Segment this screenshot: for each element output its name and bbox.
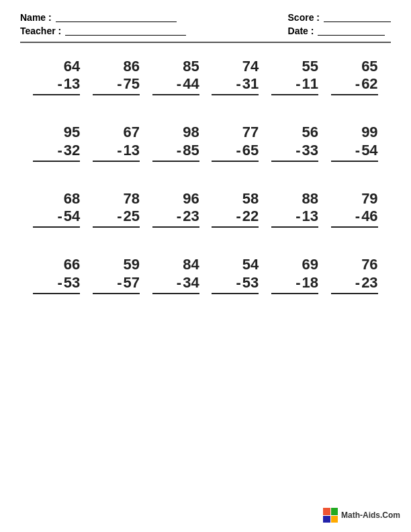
- minus-sign-0-5: -: [355, 75, 360, 93]
- problem-top-0-5: 65: [331, 58, 378, 75]
- minus-sign-1-3: -: [236, 142, 240, 159]
- problem-bottom-1-1: 13: [124, 142, 140, 159]
- problem-bottom-0-3: 31: [242, 75, 259, 93]
- minus-sign-2-0: -: [58, 208, 62, 225]
- branding-logo: [323, 508, 338, 523]
- problem-bottom-3-3: 53: [242, 274, 259, 292]
- problem-top-2-4: 88: [271, 190, 318, 208]
- problem-0-4: 55- 11: [271, 58, 318, 95]
- problem-2-3: 58- 22: [212, 190, 259, 228]
- problem-bottom-2-5: 46: [361, 208, 377, 225]
- problem-bottom-0-0: 13: [64, 75, 80, 93]
- problem-1-4: 56- 33: [271, 124, 318, 161]
- problem-bottom-row-3-1: - 57: [93, 274, 140, 294]
- logo-q4: [331, 516, 338, 523]
- problem-bottom-0-4: 11: [302, 75, 318, 93]
- problem-top-1-0: 95: [33, 124, 80, 141]
- problem-bottom-row-1-0: - 32: [33, 142, 80, 162]
- problem-bottom-row-3-4: - 18: [271, 274, 318, 294]
- problem-top-0-1: 86: [93, 58, 140, 75]
- minus-sign-0-3: -: [236, 75, 240, 93]
- problem-bottom-row-3-2: - 34: [152, 274, 199, 294]
- problem-bottom-3-5: 23: [361, 274, 377, 292]
- problem-3-0: 66- 53: [33, 256, 80, 294]
- problem-1-1: 67- 13: [93, 124, 140, 161]
- date-row: Date :: [288, 26, 391, 36]
- problem-bottom-1-3: 65: [242, 142, 259, 159]
- minus-sign-3-1: -: [117, 274, 122, 292]
- branding-text: Math-Aids.Com: [341, 511, 400, 520]
- problem-row-3: 66- 5359- 5784- 3454- 5369- 1876- 23: [20, 241, 391, 300]
- minus-sign-1-4: -: [295, 142, 300, 159]
- problem-0-2: 85- 44: [152, 58, 199, 95]
- problem-top-2-3: 58: [212, 190, 259, 208]
- minus-sign-1-1: -: [117, 142, 122, 159]
- problem-bottom-row-2-5: - 46: [331, 208, 378, 228]
- problem-top-0-3: 74: [212, 58, 259, 75]
- page: Name : Teacher : Score : Date : 64- 1386…: [0, 0, 411, 532]
- problem-top-1-3: 77: [212, 124, 259, 141]
- minus-sign-0-1: -: [117, 75, 122, 93]
- logo-q2: [331, 508, 338, 515]
- problem-bottom-3-0: 53: [64, 274, 80, 292]
- problem-top-0-4: 55: [271, 58, 318, 75]
- branding: Math-Aids.Com: [323, 508, 400, 523]
- row-spacer-1: [20, 169, 391, 175]
- problem-top-0-0: 64: [33, 58, 80, 75]
- problem-bottom-row-0-2: - 44: [152, 75, 199, 95]
- score-line: [324, 13, 391, 22]
- problem-1-3: 77- 65: [212, 124, 259, 161]
- problem-bottom-1-4: 33: [302, 142, 318, 159]
- problem-3-3: 54- 53: [212, 256, 259, 294]
- problem-3-2: 84- 34: [152, 256, 199, 294]
- problem-2-4: 88- 13: [271, 190, 318, 228]
- minus-sign-3-0: -: [58, 274, 62, 292]
- score-row: Score :: [288, 12, 391, 23]
- problem-top-3-0: 66: [33, 256, 80, 273]
- problem-bottom-row-0-3: - 31: [212, 75, 259, 95]
- problem-bottom-row-3-0: - 53: [33, 274, 80, 294]
- date-line: [318, 26, 385, 36]
- problem-top-3-3: 54: [212, 256, 259, 273]
- problem-2-5: 79- 46: [331, 190, 378, 228]
- problem-bottom-row-3-5: - 23: [331, 274, 378, 294]
- row-spacer-0: [20, 102, 391, 109]
- name-label: Name :: [20, 12, 52, 23]
- minus-sign-3-5: -: [355, 274, 360, 292]
- teacher-label: Teacher :: [20, 26, 61, 36]
- score-label: Score :: [288, 12, 320, 23]
- minus-sign-2-5: -: [355, 208, 360, 225]
- problem-0-5: 65- 62: [331, 58, 378, 95]
- problem-0-3: 74- 31: [212, 58, 259, 95]
- problem-top-1-2: 98: [152, 124, 199, 141]
- problem-0-0: 64- 13: [33, 58, 80, 95]
- minus-sign-1-0: -: [58, 142, 62, 159]
- problem-bottom-row-0-4: - 11: [271, 75, 318, 95]
- header: Name : Teacher : Score : Date :: [20, 12, 391, 36]
- problem-bottom-2-4: 13: [302, 208, 318, 225]
- problem-1-5: 99- 54: [331, 124, 378, 161]
- teacher-row: Teacher :: [20, 26, 186, 36]
- problem-bottom-row-2-2: - 23: [152, 208, 199, 228]
- problem-bottom-2-1: 25: [124, 208, 140, 225]
- problem-row-2: 68- 5478- 2596- 2358- 2288- 1379- 46: [20, 175, 391, 234]
- problem-top-3-1: 59: [93, 256, 140, 273]
- problem-bottom-1-5: 54: [361, 142, 377, 159]
- problem-bottom-row-0-1: - 75: [93, 75, 140, 95]
- name-row: Name :: [20, 12, 186, 23]
- logo-q3: [323, 516, 330, 523]
- problem-top-1-4: 56: [271, 124, 318, 141]
- problem-top-3-2: 84: [152, 256, 199, 273]
- problem-3-5: 76- 23: [331, 256, 378, 294]
- problem-3-4: 69- 18: [271, 256, 318, 294]
- minus-sign-2-1: -: [117, 208, 122, 225]
- date-label: Date :: [288, 26, 314, 36]
- problem-row-0: 64- 1386- 7585- 4474- 3155- 1165- 62: [20, 43, 391, 102]
- problem-2-2: 96- 23: [152, 190, 199, 228]
- minus-sign-0-2: -: [177, 75, 181, 93]
- problem-bottom-row-0-5: - 62: [331, 75, 378, 95]
- problem-bottom-row-2-1: - 25: [93, 208, 140, 228]
- problem-top-3-4: 69: [271, 256, 318, 273]
- problem-2-0: 68- 54: [33, 190, 80, 228]
- problem-0-1: 86- 75: [93, 58, 140, 95]
